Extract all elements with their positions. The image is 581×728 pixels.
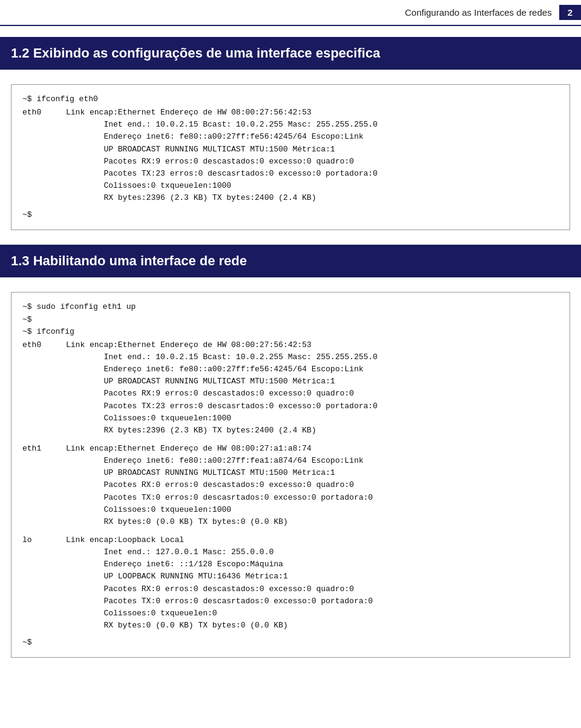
- header-title: Configurando as Interfaces de redes: [405, 7, 559, 18]
- terminal1-prompt2: ~$: [22, 209, 559, 221]
- terminal2-eth1-label: eth1: [22, 443, 66, 528]
- terminal2-lo-content: Link encap:Loopback Local Inet end.: 127…: [66, 534, 373, 632]
- section1-heading: 1.2 Exibindo as configurações de uma int…: [0, 37, 581, 70]
- terminal2-eth1-entry: eth1 Link encap:Ethernet Endereço de HW …: [22, 443, 559, 528]
- page-header: Configurando as Interfaces de redes 2: [0, 0, 581, 26]
- terminal1-eth0-label: eth0: [22, 107, 66, 204]
- terminal2-eth1-content: Link encap:Ethernet Endereço de HW 08:00…: [66, 443, 373, 528]
- terminal2-eth0-content: Link encap:Ethernet Endereço de HW 08:00…: [66, 339, 378, 437]
- section2-heading: 1.3 Habilitando uma interface de rede: [0, 245, 581, 277]
- terminal2-content: ~$ sudo ifconfig eth1 up ~$ ~$ ifconfig …: [22, 301, 559, 649]
- terminal-block-1: ~$ ifconfig eth0 eth0 Link encap:Etherne…: [11, 84, 570, 230]
- terminal2-eth0-label: eth0: [22, 339, 66, 437]
- terminal1-content: ~$ ifconfig eth0 eth0 Link encap:Etherne…: [22, 93, 559, 221]
- terminal1-eth0-entry: eth0 Link encap:Ethernet Endereço de HW …: [22, 107, 559, 204]
- page-number-badge: 2: [559, 5, 581, 20]
- terminal2-lo-label: lo: [22, 534, 66, 632]
- terminal2-lo-entry: lo Link encap:Loopback Local Inet end.: …: [22, 534, 559, 632]
- terminal2-prompt-end: ~$: [22, 637, 559, 649]
- terminal1-eth0-content: Link encap:Ethernet Endereço de HW 08:00…: [66, 107, 378, 204]
- terminal-block-2: ~$ sudo ifconfig eth1 up ~$ ~$ ifconfig …: [11, 292, 570, 658]
- content-area: 1.2 Exibindo as configurações de uma int…: [0, 37, 581, 684]
- terminal1-prompt1: ~$ ifconfig eth0: [22, 93, 559, 105]
- terminal2-eth0-entry: eth0 Link encap:Ethernet Endereço de HW …: [22, 339, 559, 437]
- terminal2-prompt2: ~$: [22, 314, 559, 326]
- header-title-area: Configurando as Interfaces de redes 2: [405, 5, 581, 20]
- terminal2-prompt1: ~$ sudo ifconfig eth1 up: [22, 301, 559, 313]
- terminal2-prompt3: ~$ ifconfig: [22, 326, 559, 338]
